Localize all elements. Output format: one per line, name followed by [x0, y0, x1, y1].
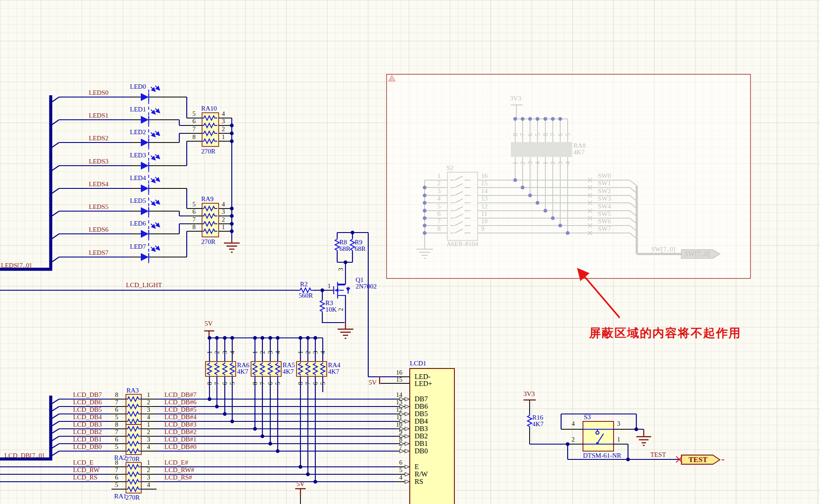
- pin-number: 8: [192, 224, 195, 230]
- net-label[interactable]: SW7: [598, 226, 611, 232]
- designator[interactable]: RA10: [201, 105, 217, 112]
- net-label[interactable]: LCD_LIGHT: [126, 282, 162, 288]
- net-label[interactable]: SW3: [598, 195, 611, 202]
- designator[interactable]: RA6: [237, 362, 249, 368]
- net-label[interactable]: LCD_DB7: [73, 392, 102, 398]
- designator[interactable]: S3: [584, 414, 591, 421]
- port-label[interactable]: SW[7..0]: [680, 250, 714, 257]
- designator[interactable]: R2: [300, 281, 308, 288]
- designator[interactable]: Q1: [356, 277, 363, 283]
- designator[interactable]: RA9: [201, 196, 213, 202]
- net-label[interactable]: LCD_DB4: [73, 414, 102, 421]
- bus-net-label[interactable]: SW[7..0]: [651, 246, 675, 253]
- net-label[interactable]: LCD_DB#2: [164, 429, 196, 435]
- net-label[interactable]: LCD_DB2: [73, 429, 102, 435]
- bus-lines[interactable]: [0, 95, 51, 459]
- net-label[interactable]: LCD_DB3: [73, 421, 102, 428]
- value[interactable]: 4K7: [283, 368, 294, 375]
- designator[interactable]: LED0: [130, 83, 146, 90]
- value[interactable]: 10K: [325, 306, 337, 313]
- net-label[interactable]: SW6: [598, 218, 611, 225]
- designator[interactable]: RA5: [283, 362, 295, 368]
- net-label[interactable]: SW1: [598, 180, 611, 187]
- net-label[interactable]: LCD_DB5: [73, 407, 102, 413]
- designator[interactable]: RA1: [114, 493, 126, 500]
- net-label[interactable]: SW4: [598, 203, 611, 210]
- designator[interactable]: RA4: [328, 362, 340, 368]
- net-label[interactable]: LEDS2: [89, 135, 108, 142]
- net-label[interactable]: LEDS0: [89, 90, 108, 96]
- designator[interactable]: R16: [532, 414, 543, 421]
- net-label[interactable]: LEDS5: [89, 204, 108, 210]
- value[interactable]: 270R: [201, 239, 216, 245]
- value[interactable]: 4K7: [237, 368, 248, 375]
- net-label[interactable]: SW0: [598, 173, 611, 179]
- net-label[interactable]: TEST: [650, 452, 666, 458]
- net-label[interactable]: LCD_DB#4: [164, 414, 196, 421]
- annotation-text[interactable]: 屏蔽区域的内容将不起作用: [589, 325, 741, 341]
- compile-mask-region[interactable]: [387, 74, 750, 278]
- net-label[interactable]: LCD_RW#: [164, 467, 194, 473]
- value[interactable]: 68R: [355, 246, 366, 252]
- net-label[interactable]: LEDS4: [89, 181, 108, 188]
- pin-number: 16: [391, 369, 402, 376]
- designator[interactable]: R8: [339, 239, 347, 246]
- value[interactable]: 4K7: [573, 149, 585, 156]
- net-label[interactable]: LCD_DB#7: [164, 392, 196, 398]
- net-label[interactable]: LCD_DB#6: [164, 399, 196, 406]
- net-label[interactable]: LCD_E: [73, 459, 94, 466]
- power-port-label[interactable]: 3V3: [510, 95, 521, 102]
- net-label[interactable]: LCD_DB6: [73, 399, 102, 406]
- resistor-array-ra8-body[interactable]: [511, 142, 572, 157]
- value[interactable]: 560R: [299, 292, 313, 299]
- designator[interactable]: LED4: [130, 175, 146, 181]
- power-port-label[interactable]: 3V3: [523, 391, 535, 397]
- value[interactable]: 68R: [339, 246, 350, 252]
- port-label[interactable]: TEST: [682, 456, 714, 463]
- value[interactable]: 270R: [126, 456, 140, 462]
- value[interactable]: 2N7002: [356, 283, 377, 290]
- designator[interactable]: S2: [447, 165, 454, 171]
- designator[interactable]: R3: [325, 300, 333, 306]
- net-label[interactable]: LCD_DB#3: [164, 421, 196, 428]
- designator[interactable]: LED6: [130, 220, 146, 227]
- bus-net-label[interactable]: LEDS[7..0]: [1, 262, 31, 269]
- designator[interactable]: LED7: [130, 243, 146, 250]
- value[interactable]: 270R: [126, 494, 140, 501]
- net-label[interactable]: LCD_RS: [73, 474, 98, 481]
- bus-net-label[interactable]: LCD_DB[7..0]: [4, 452, 44, 459]
- net-label[interactable]: LEDS7: [89, 250, 108, 256]
- net-label[interactable]: SW2: [598, 188, 611, 195]
- part-number[interactable]: DTSM-61-NR: [583, 452, 621, 459]
- part-number[interactable]: A6ER-8104: [447, 241, 478, 247]
- net-label[interactable]: LEDS6: [89, 226, 108, 233]
- net-label[interactable]: LCD_DB#0: [164, 444, 196, 450]
- designator[interactable]: LED2: [130, 129, 146, 136]
- designator[interactable]: RA8: [573, 143, 586, 149]
- power-port-label[interactable]: 5V: [369, 379, 377, 386]
- net-label[interactable]: LCD_DB0: [73, 444, 102, 450]
- designator[interactable]: R9: [355, 239, 363, 246]
- designator[interactable]: LED1: [130, 106, 146, 113]
- designator[interactable]: LED3: [130, 152, 146, 159]
- power-port-label[interactable]: 5V: [205, 320, 213, 327]
- net-label[interactable]: SW5: [598, 211, 611, 217]
- value[interactable]: 270R: [201, 148, 216, 155]
- pin-number: 7: [259, 382, 266, 385]
- net-label[interactable]: LEDS3: [89, 158, 108, 165]
- designator[interactable]: LCD1: [410, 360, 426, 367]
- power-port-label[interactable]: 5V: [297, 481, 304, 487]
- schematic-canvas[interactable]: LEDS0 LEDS1 LEDS2 LEDS3 LEDS4 LEDS5 LEDS…: [0, 0, 820, 504]
- net-label[interactable]: LEDS1: [89, 112, 108, 119]
- net-label[interactable]: LCD_RS#: [164, 474, 192, 481]
- designator[interactable]: LED5: [130, 198, 146, 204]
- designator[interactable]: RA2: [114, 455, 126, 461]
- value[interactable]: 4K7: [328, 368, 339, 375]
- value[interactable]: 4K7: [532, 421, 544, 428]
- net-label[interactable]: LCD_DB#1: [164, 436, 196, 443]
- net-label[interactable]: LCD_DB#5: [164, 407, 196, 413]
- net-label[interactable]: LCD_DB1: [73, 436, 102, 443]
- net-label[interactable]: LCD_E#: [164, 459, 188, 466]
- designator[interactable]: RA3: [126, 387, 139, 394]
- net-label[interactable]: LCD_RW: [73, 467, 100, 473]
